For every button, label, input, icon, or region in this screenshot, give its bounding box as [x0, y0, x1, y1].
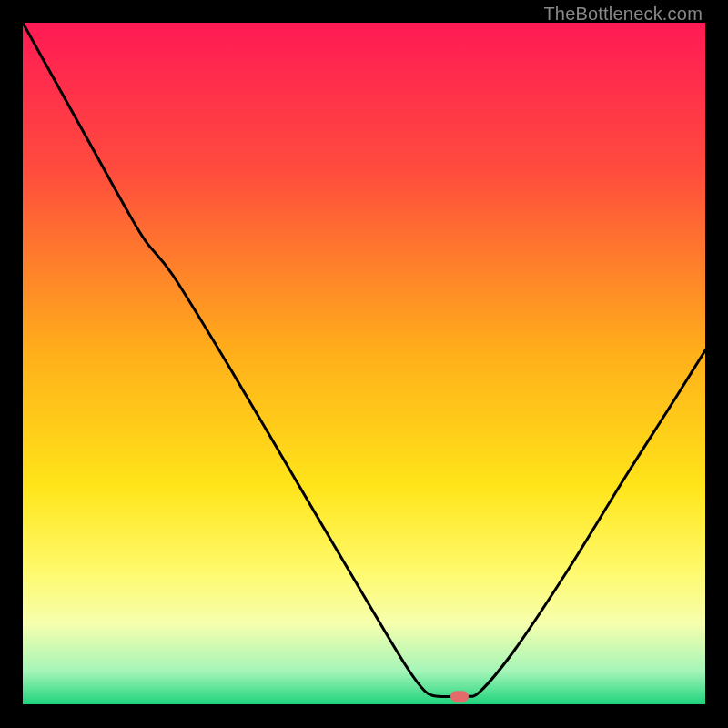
watermark-text: TheBottleneck.com: [543, 4, 703, 25]
chart-container: TheBottleneck.com: [0, 0, 728, 728]
chart-background: [23, 23, 705, 705]
chart-svg: [23, 23, 705, 705]
optimal-marker: [450, 691, 469, 702]
plot-area: [23, 23, 705, 705]
